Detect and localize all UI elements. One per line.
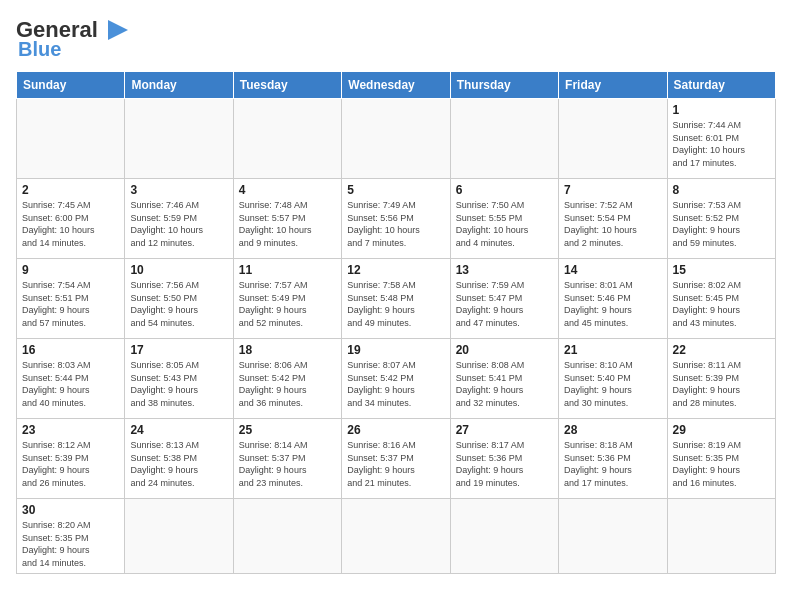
day-cell: 8Sunrise: 7:53 AM Sunset: 5:52 PM Daylig… xyxy=(667,179,775,259)
day-cell: 3Sunrise: 7:46 AM Sunset: 5:59 PM Daylig… xyxy=(125,179,233,259)
day-number: 24 xyxy=(130,423,227,437)
day-info: Sunrise: 8:13 AM Sunset: 5:38 PM Dayligh… xyxy=(130,439,227,489)
day-number: 8 xyxy=(673,183,770,197)
day-cell: 1Sunrise: 7:44 AM Sunset: 6:01 PM Daylig… xyxy=(667,99,775,179)
day-info: Sunrise: 7:53 AM Sunset: 5:52 PM Dayligh… xyxy=(673,199,770,249)
day-number: 5 xyxy=(347,183,444,197)
day-number: 21 xyxy=(564,343,661,357)
day-info: Sunrise: 8:07 AM Sunset: 5:42 PM Dayligh… xyxy=(347,359,444,409)
week-row-2: 2Sunrise: 7:45 AM Sunset: 6:00 PM Daylig… xyxy=(17,179,776,259)
day-info: Sunrise: 8:14 AM Sunset: 5:37 PM Dayligh… xyxy=(239,439,336,489)
day-cell: 22Sunrise: 8:11 AM Sunset: 5:39 PM Dayli… xyxy=(667,339,775,419)
day-cell: 23Sunrise: 8:12 AM Sunset: 5:39 PM Dayli… xyxy=(17,419,125,499)
day-cell: 11Sunrise: 7:57 AM Sunset: 5:49 PM Dayli… xyxy=(233,259,341,339)
day-info: Sunrise: 8:16 AM Sunset: 5:37 PM Dayligh… xyxy=(347,439,444,489)
day-cell: 25Sunrise: 8:14 AM Sunset: 5:37 PM Dayli… xyxy=(233,419,341,499)
day-number: 20 xyxy=(456,343,553,357)
day-cell xyxy=(125,99,233,179)
day-info: Sunrise: 8:06 AM Sunset: 5:42 PM Dayligh… xyxy=(239,359,336,409)
day-cell: 21Sunrise: 8:10 AM Sunset: 5:40 PM Dayli… xyxy=(559,339,667,419)
day-cell: 7Sunrise: 7:52 AM Sunset: 5:54 PM Daylig… xyxy=(559,179,667,259)
calendar-header-row: SundayMondayTuesdayWednesdayThursdayFrid… xyxy=(17,72,776,99)
day-cell: 13Sunrise: 7:59 AM Sunset: 5:47 PM Dayli… xyxy=(450,259,558,339)
day-number: 11 xyxy=(239,263,336,277)
day-cell: 14Sunrise: 8:01 AM Sunset: 5:46 PM Dayli… xyxy=(559,259,667,339)
day-number: 15 xyxy=(673,263,770,277)
day-info: Sunrise: 8:01 AM Sunset: 5:46 PM Dayligh… xyxy=(564,279,661,329)
logo: General Blue xyxy=(16,16,132,61)
column-header-friday: Friday xyxy=(559,72,667,99)
day-cell: 29Sunrise: 8:19 AM Sunset: 5:35 PM Dayli… xyxy=(667,419,775,499)
column-header-sunday: Sunday xyxy=(17,72,125,99)
day-cell: 16Sunrise: 8:03 AM Sunset: 5:44 PM Dayli… xyxy=(17,339,125,419)
day-info: Sunrise: 8:12 AM Sunset: 5:39 PM Dayligh… xyxy=(22,439,119,489)
day-cell xyxy=(559,499,667,574)
day-cell: 28Sunrise: 8:18 AM Sunset: 5:36 PM Dayli… xyxy=(559,419,667,499)
day-cell: 30Sunrise: 8:20 AM Sunset: 5:35 PM Dayli… xyxy=(17,499,125,574)
day-number: 12 xyxy=(347,263,444,277)
day-number: 27 xyxy=(456,423,553,437)
day-cell xyxy=(233,499,341,574)
day-cell: 5Sunrise: 7:49 AM Sunset: 5:56 PM Daylig… xyxy=(342,179,450,259)
day-cell xyxy=(125,499,233,574)
day-cell: 27Sunrise: 8:17 AM Sunset: 5:36 PM Dayli… xyxy=(450,419,558,499)
column-header-thursday: Thursday xyxy=(450,72,558,99)
day-info: Sunrise: 7:49 AM Sunset: 5:56 PM Dayligh… xyxy=(347,199,444,249)
day-number: 10 xyxy=(130,263,227,277)
column-header-monday: Monday xyxy=(125,72,233,99)
week-row-6: 30Sunrise: 8:20 AM Sunset: 5:35 PM Dayli… xyxy=(17,499,776,574)
day-info: Sunrise: 7:45 AM Sunset: 6:00 PM Dayligh… xyxy=(22,199,119,249)
day-cell: 17Sunrise: 8:05 AM Sunset: 5:43 PM Dayli… xyxy=(125,339,233,419)
day-info: Sunrise: 8:17 AM Sunset: 5:36 PM Dayligh… xyxy=(456,439,553,489)
day-info: Sunrise: 7:56 AM Sunset: 5:50 PM Dayligh… xyxy=(130,279,227,329)
week-row-4: 16Sunrise: 8:03 AM Sunset: 5:44 PM Dayli… xyxy=(17,339,776,419)
week-row-5: 23Sunrise: 8:12 AM Sunset: 5:39 PM Dayli… xyxy=(17,419,776,499)
header: General Blue xyxy=(16,16,776,61)
day-info: Sunrise: 7:44 AM Sunset: 6:01 PM Dayligh… xyxy=(673,119,770,169)
logo-blue-text: Blue xyxy=(18,38,61,61)
day-cell: 18Sunrise: 8:06 AM Sunset: 5:42 PM Dayli… xyxy=(233,339,341,419)
day-cell: 12Sunrise: 7:58 AM Sunset: 5:48 PM Dayli… xyxy=(342,259,450,339)
day-number: 7 xyxy=(564,183,661,197)
column-header-saturday: Saturday xyxy=(667,72,775,99)
week-row-3: 9Sunrise: 7:54 AM Sunset: 5:51 PM Daylig… xyxy=(17,259,776,339)
week-row-1: 1Sunrise: 7:44 AM Sunset: 6:01 PM Daylig… xyxy=(17,99,776,179)
day-number: 3 xyxy=(130,183,227,197)
day-info: Sunrise: 7:52 AM Sunset: 5:54 PM Dayligh… xyxy=(564,199,661,249)
day-info: Sunrise: 7:48 AM Sunset: 5:57 PM Dayligh… xyxy=(239,199,336,249)
day-number: 4 xyxy=(239,183,336,197)
day-info: Sunrise: 7:58 AM Sunset: 5:48 PM Dayligh… xyxy=(347,279,444,329)
day-number: 29 xyxy=(673,423,770,437)
day-cell: 15Sunrise: 8:02 AM Sunset: 5:45 PM Dayli… xyxy=(667,259,775,339)
day-info: Sunrise: 8:03 AM Sunset: 5:44 PM Dayligh… xyxy=(22,359,119,409)
day-number: 6 xyxy=(456,183,553,197)
day-cell xyxy=(233,99,341,179)
day-number: 25 xyxy=(239,423,336,437)
calendar: SundayMondayTuesdayWednesdayThursdayFrid… xyxy=(16,71,776,574)
day-number: 9 xyxy=(22,263,119,277)
day-cell xyxy=(342,99,450,179)
day-number: 28 xyxy=(564,423,661,437)
logo-triangle-icon xyxy=(100,16,132,44)
day-number: 16 xyxy=(22,343,119,357)
day-info: Sunrise: 7:54 AM Sunset: 5:51 PM Dayligh… xyxy=(22,279,119,329)
day-info: Sunrise: 8:11 AM Sunset: 5:39 PM Dayligh… xyxy=(673,359,770,409)
day-cell: 19Sunrise: 8:07 AM Sunset: 5:42 PM Dayli… xyxy=(342,339,450,419)
day-number: 19 xyxy=(347,343,444,357)
day-number: 22 xyxy=(673,343,770,357)
day-number: 1 xyxy=(673,103,770,117)
day-info: Sunrise: 8:18 AM Sunset: 5:36 PM Dayligh… xyxy=(564,439,661,489)
day-cell: 10Sunrise: 7:56 AM Sunset: 5:50 PM Dayli… xyxy=(125,259,233,339)
day-number: 18 xyxy=(239,343,336,357)
day-cell: 6Sunrise: 7:50 AM Sunset: 5:55 PM Daylig… xyxy=(450,179,558,259)
day-info: Sunrise: 7:59 AM Sunset: 5:47 PM Dayligh… xyxy=(456,279,553,329)
day-number: 23 xyxy=(22,423,119,437)
day-number: 2 xyxy=(22,183,119,197)
day-info: Sunrise: 8:20 AM Sunset: 5:35 PM Dayligh… xyxy=(22,519,119,569)
day-cell: 2Sunrise: 7:45 AM Sunset: 6:00 PM Daylig… xyxy=(17,179,125,259)
day-info: Sunrise: 8:02 AM Sunset: 5:45 PM Dayligh… xyxy=(673,279,770,329)
day-info: Sunrise: 8:19 AM Sunset: 5:35 PM Dayligh… xyxy=(673,439,770,489)
column-header-wednesday: Wednesday xyxy=(342,72,450,99)
day-cell: 4Sunrise: 7:48 AM Sunset: 5:57 PM Daylig… xyxy=(233,179,341,259)
day-number: 17 xyxy=(130,343,227,357)
